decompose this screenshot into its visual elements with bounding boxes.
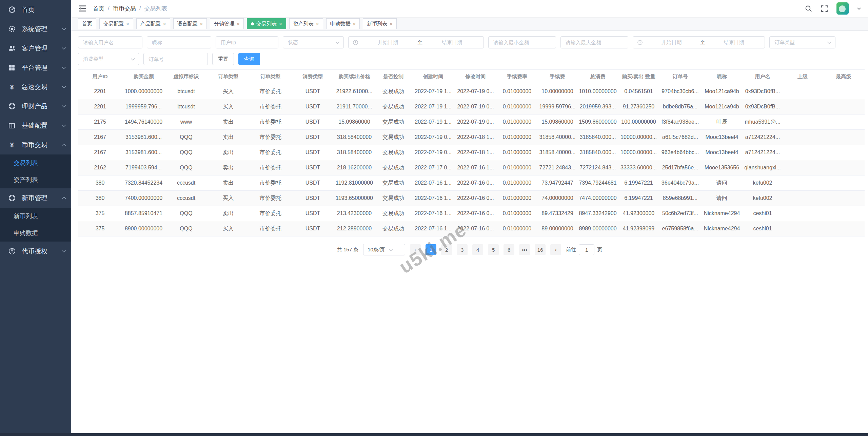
sidebar-item-new-coin[interactable]: 新币管理 (0, 188, 71, 208)
cell: 21922.61000... (334, 84, 375, 99)
cell: USDT (292, 130, 334, 145)
close-icon[interactable]: × (316, 21, 319, 26)
close-icon[interactable]: × (353, 21, 356, 26)
page-button-5[interactable]: 5 (488, 244, 499, 255)
tab-新币列表[interactable]: 新币列表× (363, 18, 397, 29)
cell (823, 99, 865, 115)
cell: 375 (78, 221, 122, 236)
cell (823, 115, 865, 130)
min-amount-input[interactable] (488, 36, 556, 48)
page-button-4[interactable]: 4 (472, 244, 483, 255)
cell: 2022-07-16 1... (454, 160, 497, 175)
tab-语言配置[interactable]: 语言配置× (173, 18, 207, 29)
cell: 375 (78, 206, 122, 221)
close-icon[interactable]: × (390, 21, 393, 26)
tab-交易列表[interactable]: 交易列表× (247, 18, 286, 29)
cell: Moo121ca94b (701, 99, 743, 115)
page-button-3[interactable]: 3 (457, 244, 468, 255)
user-id-input[interactable] (216, 36, 278, 48)
consume-type-select[interactable]: 消费类型 (78, 53, 139, 65)
close-icon[interactable]: × (126, 21, 129, 26)
finish-date-range[interactable]: 开始日期至结束日期 (633, 36, 765, 48)
sidebar-item-wealth-products[interactable]: 理财产品 (0, 97, 71, 116)
sidebar-menu: 首页系统管理客户管理平台管理¥急速交易理财产品基础配置¥币币交易交易列表资产列表… (0, 0, 71, 261)
cell: a712421224... (743, 130, 783, 145)
cell: 89.47332429 (537, 206, 577, 221)
breadcrumb-item[interactable]: 首页 (93, 5, 104, 13)
tab-交易配置[interactable]: 交易配置× (99, 18, 133, 29)
tab-申购数据[interactable]: 申购数据× (326, 18, 360, 29)
cell: 21911.70000... (334, 99, 375, 115)
sidebar-item-system[interactable]: 系统管理 (0, 19, 71, 39)
sidebar-item-home[interactable]: 首页 (0, 0, 71, 19)
nickname-input[interactable] (147, 36, 211, 48)
close-icon[interactable]: × (163, 21, 166, 26)
prev-page-button[interactable]: ‹ (410, 244, 421, 255)
fullscreen-icon[interactable] (821, 5, 828, 13)
close-icon[interactable]: × (200, 21, 203, 26)
order-no-input[interactable] (143, 53, 208, 65)
cell: USDT (292, 145, 334, 160)
search-icon[interactable] (805, 5, 812, 13)
yen-icon: ¥ (7, 141, 16, 149)
close-icon[interactable]: × (237, 21, 240, 26)
page-button-16[interactable]: 16 (535, 244, 546, 255)
cell: 74.00000000 (537, 191, 577, 206)
tab-label: 分销管理 (214, 21, 234, 27)
cell: 15.09860000 (537, 115, 577, 130)
reset-button[interactable]: 重置 (212, 53, 234, 65)
chevron-down-icon[interactable] (857, 6, 861, 11)
tab-产品配置[interactable]: 产品配置× (136, 18, 170, 29)
cell: QQQ (165, 130, 207, 145)
cell: Nickname4294 (701, 221, 743, 236)
cell: 10000.00000... (618, 145, 659, 160)
tab-分销管理[interactable]: 分销管理× (210, 18, 244, 29)
search-button[interactable]: 查询 (238, 53, 260, 65)
status-select[interactable]: 状态 (283, 36, 344, 48)
sidebar-item-base-config[interactable]: 基础配置 (0, 116, 71, 135)
cell: USDT (292, 206, 334, 221)
tab-label: 交易列表 (256, 21, 277, 27)
tab-首页[interactable]: 首页 (78, 18, 96, 29)
sidebar-item-express-trade[interactable]: ¥急速交易 (0, 77, 71, 97)
goto-page-input[interactable] (579, 244, 594, 255)
create-date-range[interactable]: 开始日期至结束日期 (348, 36, 484, 48)
cell (783, 206, 823, 221)
cell: 交易成功 (375, 115, 412, 130)
page-size-select[interactable]: 10条/页 (363, 244, 405, 255)
cell: 卖出 (207, 130, 249, 145)
sidebar-toggle-icon[interactable] (78, 4, 87, 13)
sidebar-item-trade-list[interactable]: 交易列表 (0, 154, 71, 171)
sidebar-item-new-coin-list[interactable]: 新币列表 (0, 208, 71, 225)
breadcrumb-item[interactable]: 币币交易 (113, 5, 136, 13)
sidebar-item-customer[interactable]: 客户管理 (0, 39, 71, 58)
cell (783, 221, 823, 236)
cell: 2022-07-18 1... (454, 145, 497, 160)
username-input[interactable] (78, 36, 142, 48)
tab-资产列表[interactable]: 资产列表× (289, 18, 323, 29)
cell: USDT (292, 160, 334, 175)
close-icon[interactable]: × (279, 21, 282, 26)
cell: 73.94792447 (537, 175, 577, 191)
cell: 买入 (207, 191, 249, 206)
page-button-2[interactable]: 2 (441, 244, 452, 255)
cell: 25d17bfa56e... (659, 160, 701, 175)
tab-label: 交易配置 (103, 21, 124, 27)
page-button-1[interactable]: 1 (426, 244, 436, 255)
sidebar-item-label: 客户管理 (22, 44, 47, 53)
next-page-button[interactable]: › (550, 244, 561, 255)
cell: 7474.00000000 (577, 191, 618, 206)
sidebar-item-token-auth[interactable]: 代币授权 (0, 242, 71, 261)
cell: Nickname4294 (701, 206, 743, 221)
more-pages-button[interactable]: ••• (519, 244, 530, 255)
max-amount-input[interactable] (560, 36, 628, 48)
cell: 7320.84452234 (122, 175, 165, 191)
date-range-separator: 至 (698, 39, 707, 46)
order-type-select[interactable]: 订单类型 (769, 36, 835, 48)
sidebar-item-platform[interactable]: 平台管理 (0, 58, 71, 77)
sidebar-item-coin-trade[interactable]: ¥币币交易 (0, 135, 71, 154)
avatar[interactable] (836, 2, 849, 15)
page-button-6[interactable]: 6 (504, 244, 514, 255)
sidebar-item-asset-list[interactable]: 资产列表 (0, 171, 71, 188)
sidebar-item-subscribe-data[interactable]: 申购数据 (0, 225, 71, 242)
